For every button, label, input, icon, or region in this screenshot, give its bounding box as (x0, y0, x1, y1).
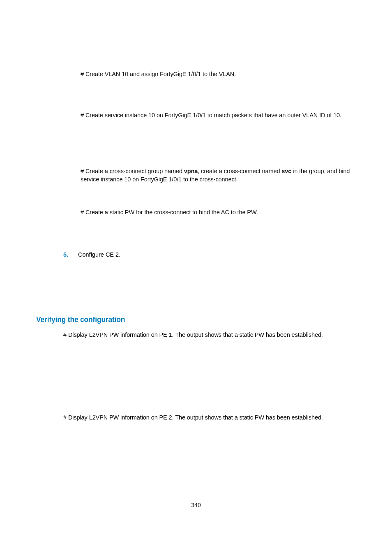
instruction-step-create-service-instance: # Create service instance 10 on FortyGig… (81, 111, 356, 119)
instruction-step-create-static-pw: # Create a static PW for the cross-conne… (81, 208, 356, 216)
page-number: 340 (0, 502, 392, 508)
section-heading-verifying: Verifying the configuration (36, 315, 356, 324)
bold-vpna: vpna (184, 168, 198, 174)
body-pe1-display: # Display L2VPN PW information on PE 1. … (63, 331, 356, 339)
instruction-step-create-vlan: # Create VLAN 10 and assign FortyGigE 1/… (81, 70, 356, 78)
text-fragment: , create a cross-connect named (198, 168, 281, 174)
bold-svc: svc (281, 168, 291, 174)
body-pe2-display: # Display L2VPN PW information on PE 2. … (63, 413, 356, 422)
instruction-step-create-cross-connect: # Create a cross-connect group named vpn… (81, 167, 356, 184)
numbered-step-5: 5.Configure CE 2. (63, 251, 356, 258)
step-text: Configure CE 2. (78, 251, 120, 258)
step-number: 5. (63, 251, 78, 258)
text-fragment: # Create a cross-connect group named (81, 168, 184, 174)
